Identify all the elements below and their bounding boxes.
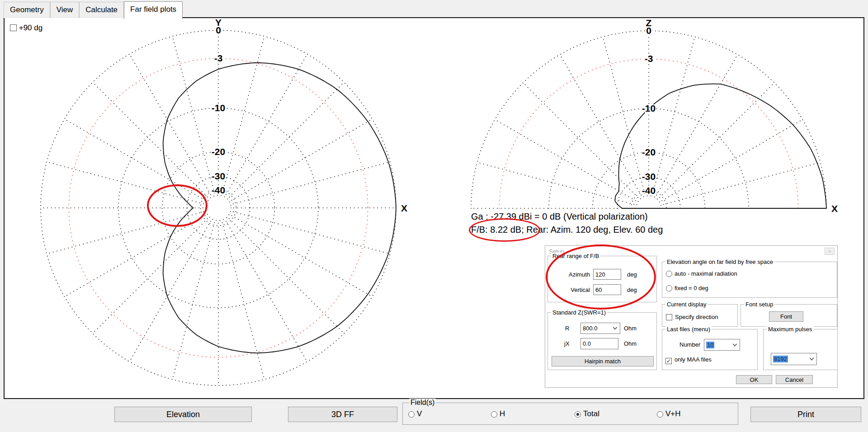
azimuth-input[interactable] [593, 269, 621, 280]
radio-auto-maximal[interactable]: auto - maximal radiation [666, 270, 737, 277]
azimuth-unit-label: deg [627, 271, 637, 278]
field-radio-vh-label: V+H [665, 409, 681, 418]
fields-group-title: Field(s) [409, 399, 436, 407]
current-display-group: Current display Specify direction [662, 304, 738, 327]
last-files-group: Last files (menu) Number 10 ✓only MAA fi… [662, 329, 758, 370]
elevation-angle-group-title: Elevation angle on far field by free spa… [665, 258, 774, 265]
field-radio-h[interactable]: H [491, 409, 505, 418]
plus90-checkbox-row: +90 dg [10, 23, 42, 33]
svg-text:-3: -3 [214, 53, 223, 63]
rear-range-group-title: Rear range of F/B [551, 253, 600, 259]
maximum-pulses-group-title: Maximum pulses [767, 326, 814, 333]
field-radio-total-label: Total [583, 409, 599, 418]
svg-text:-10: -10 [642, 103, 656, 113]
vertical-unit-label: deg [627, 286, 637, 293]
last-files-group-title: Last files (menu) [665, 326, 712, 333]
current-display-group-title: Current display [665, 301, 708, 308]
svg-text:-30: -30 [642, 171, 656, 182]
standard-z-group-title: Standard Z(SWR=1) [551, 309, 607, 316]
rear-range-group: Rear range of F/B Azimuth deg Vertical d… [547, 256, 657, 302]
font-setup-group: Font setup Font [741, 304, 837, 327]
field-radio-v-label: V [417, 409, 422, 418]
cancel-button[interactable]: Cancel [776, 375, 813, 384]
fields-group: Field(s) V H Total V+H [402, 403, 738, 425]
svg-text:Y: Y [215, 19, 222, 28]
max-pulses-combo[interactable]: 8192 [771, 353, 817, 365]
number-combo[interactable]: 10 [704, 339, 740, 351]
tab-far-field-plots[interactable]: Far field plots [124, 1, 183, 19]
svg-text:X: X [831, 203, 838, 214]
font-setup-group-title: Font setup [744, 301, 774, 308]
radio-fixed-label: fixed = 0 deg [675, 285, 708, 291]
tab-calculate[interactable]: Calculate [79, 2, 124, 18]
plus90-checkbox[interactable] [10, 24, 17, 31]
font-button[interactable]: Font [769, 311, 803, 322]
print-button[interactable]: Print [750, 407, 861, 422]
svg-text:-30: -30 [212, 171, 225, 181]
svg-text:-20: -20 [642, 147, 656, 157]
svg-text:-20: -20 [212, 146, 225, 157]
standard-z-group: Standard Z(SWR=1) R 800.0 Ohm jX Ohm Hai… [547, 312, 657, 370]
chevron-down-icon[interactable] [733, 342, 737, 346]
r-combo[interactable]: 800.0 [580, 323, 620, 334]
field-radio-h-label: H [500, 409, 505, 418]
result-text-block: Ga : -27.39 dBi = 0 dB (Vertical polariz… [471, 210, 663, 236]
tab-bar: Geometry View Calculate Far field plots [4, 1, 183, 18]
plus90-checkbox-label: +90 dg [19, 23, 42, 32]
svg-text:Z: Z [646, 19, 652, 28]
number-label: Number [679, 341, 700, 348]
maximum-pulses-group: Maximum pulses 8192 [763, 329, 838, 370]
setup-dialog: Setup × Rear range of F/B Azimuth deg Ve… [545, 245, 838, 388]
field-radio-vh-icon[interactable] [657, 411, 663, 418]
field-radio-total[interactable]: Total [575, 409, 599, 418]
tab-geometry[interactable]: Geometry [4, 2, 50, 18]
svg-text:-40: -40 [212, 185, 225, 195]
svg-text:-40: -40 [642, 185, 656, 196]
hairpin-match-button[interactable]: Hairpin match [552, 356, 654, 366]
svg-text:-3: -3 [645, 53, 653, 64]
ok-button[interactable]: OK [736, 375, 772, 384]
3d-ff-button[interactable]: 3D FF [288, 407, 397, 422]
only-maa-checkbox[interactable]: ✓ [665, 358, 672, 364]
radio-fixed-icon[interactable] [666, 285, 672, 291]
gain-line: Ga : -27.39 dBi = 0 dB (Vertical polariz… [471, 210, 663, 223]
elevation-angle-group: Elevation angle on far field by free spa… [662, 262, 837, 298]
chevron-down-icon[interactable] [810, 356, 814, 361]
r-combo-value: 800.0 [583, 325, 598, 332]
max-pulses-combo-value: 8192 [773, 356, 788, 362]
r-unit-label: Ohm [624, 325, 637, 332]
field-radio-total-icon[interactable] [575, 411, 581, 418]
azimuth-label: Azimuth [548, 271, 590, 278]
vertical-input[interactable] [593, 284, 621, 295]
tab-view[interactable]: View [50, 2, 80, 18]
field-radio-v-icon[interactable] [408, 411, 415, 418]
svg-text:X: X [401, 203, 407, 213]
radio-fixed-0[interactable]: fixed = 0 deg [666, 285, 708, 291]
jx-unit-label: Ohm [624, 340, 637, 347]
jx-label: jX [564, 340, 570, 347]
field-radio-v[interactable]: V [408, 409, 422, 418]
fb-line: F/B: 8.22 dB; Rear: Azim. 120 deg, Elev.… [471, 223, 663, 236]
chevron-down-icon[interactable] [613, 325, 618, 330]
vertical-label: Vertical [548, 286, 590, 293]
jx-input[interactable] [580, 338, 618, 349]
azimuth-polar-plot: 0-3-10-20-30-40YX [5, 19, 430, 398]
elevation-button[interactable]: Elevation [114, 407, 252, 422]
number-combo-value: 10 [706, 342, 714, 348]
r-label: R [565, 325, 569, 332]
radio-auto-label: auto - maximal radiation [675, 270, 737, 277]
only-maa-checkbox-row[interactable]: ✓only MAA files [665, 356, 712, 364]
only-maa-label: only MAA files [675, 356, 712, 363]
field-radio-h-icon[interactable] [491, 411, 497, 418]
svg-text:-10: -10 [212, 103, 225, 113]
specify-direction-label: Specify direction [675, 314, 718, 320]
radio-auto-icon[interactable] [666, 271, 672, 277]
field-radio-vh[interactable]: V+H [657, 409, 681, 418]
specify-direction-checkbox[interactable] [666, 314, 672, 320]
bottom-bar: Elevation 3D FF Field(s) V H Total V+H P… [0, 399, 868, 432]
specify-direction-checkbox-row[interactable]: Specify direction [666, 314, 718, 320]
dialog-close-icon[interactable]: × [825, 248, 835, 255]
